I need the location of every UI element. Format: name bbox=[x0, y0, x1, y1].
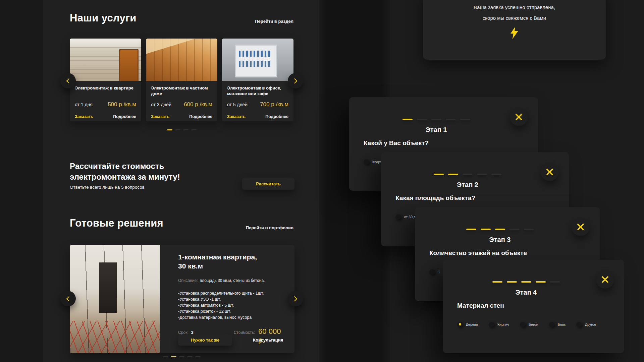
pagination-dash-active[interactable] bbox=[167, 129, 172, 130]
radio-option[interactable]: Блок bbox=[549, 321, 566, 327]
pagination-dash-active[interactable] bbox=[171, 356, 176, 357]
order-button[interactable]: Заказать bbox=[227, 114, 246, 119]
radio-option[interactable]: Бетон bbox=[520, 321, 538, 327]
quiz-progress bbox=[374, 174, 561, 175]
pagination-dash[interactable] bbox=[187, 356, 193, 357]
pagination-dash bbox=[524, 229, 534, 230]
quiz-question: Какая площадь объекта? bbox=[395, 194, 475, 202]
works-item: -Установка розеток - 12 шт. bbox=[178, 308, 288, 314]
pagination-dash[interactable] bbox=[179, 356, 184, 357]
radio-dot[interactable] bbox=[489, 321, 494, 327]
quiz-step-title: Этап 2 bbox=[381, 181, 554, 189]
calculator-subheading: Ответьте всего лишь на 5 вопросов bbox=[70, 185, 145, 190]
quiz-step-title: Этап 3 bbox=[415, 236, 585, 244]
radio-dot[interactable] bbox=[429, 269, 435, 275]
service-card[interactable]: Электромонтаж в офисе, магазине или кафе… bbox=[222, 39, 293, 121]
cost-label: Стоимость: bbox=[234, 330, 255, 335]
portfolio-section-link[interactable]: Перейти в портфолио bbox=[246, 225, 293, 230]
quiz-step-title: Этап 1 bbox=[349, 126, 523, 134]
close-button[interactable] bbox=[510, 108, 528, 126]
service-card[interactable]: Электромонтаж в квартире от 1 дня 500 р.… bbox=[70, 39, 141, 121]
portfolio-photo-renovation bbox=[70, 245, 160, 353]
service-price: 500 р./кв.м bbox=[108, 101, 136, 108]
works-item: -Установка автоматов - 5 шт. bbox=[178, 302, 288, 308]
service-photo-house bbox=[146, 39, 217, 81]
service-term: от 1 дня bbox=[75, 102, 93, 107]
radio-option[interactable]: Дерево bbox=[457, 321, 478, 327]
works-item: -Доставка материалов, вынос мусора bbox=[178, 314, 288, 320]
consultation-button[interactable]: Консультация bbox=[253, 338, 283, 343]
services-section-link[interactable]: Перейти в раздел bbox=[255, 19, 293, 24]
services-heading: Наши услуги bbox=[70, 12, 137, 24]
success-toast: Ваша заявка успешно отправлена, скоро мы… bbox=[423, 0, 606, 60]
portfolio-card[interactable]: 1-комнатная квартира, 30 кв.м Описание:п… bbox=[70, 245, 294, 353]
details-button[interactable]: Подробнее bbox=[265, 114, 288, 119]
need-same-button[interactable]: Нужно так же bbox=[178, 335, 232, 346]
quiz-step-title: Этап 4 bbox=[443, 289, 609, 296]
radio-option[interactable]: Кирпич bbox=[489, 321, 509, 327]
radio-label: Другое bbox=[585, 322, 596, 326]
pagination-dash-active bbox=[521, 281, 531, 283]
chevron-right-icon bbox=[292, 296, 298, 301]
service-price: 600 р./кв.м bbox=[184, 101, 212, 108]
radio-dot[interactable] bbox=[457, 321, 463, 327]
service-title: Электромонтаж в офисе, магазине или кафе bbox=[227, 85, 288, 97]
service-term: от 5 дней bbox=[227, 102, 248, 107]
pagination-dash[interactable] bbox=[191, 129, 197, 130]
portfolio-heading: Готовые решения bbox=[70, 217, 163, 229]
calculate-button[interactable]: Рассчитать bbox=[242, 178, 294, 190]
service-card[interactable]: Электромонтаж в частном доме от 3 дней 6… bbox=[146, 39, 217, 121]
close-button[interactable] bbox=[572, 218, 590, 236]
pagination-dash[interactable] bbox=[163, 356, 168, 357]
quiz-options: Дерево Кирпич Бетон Блок Другое bbox=[457, 321, 619, 327]
pagination-dash-active bbox=[492, 281, 502, 283]
pagination-dash-active bbox=[481, 229, 491, 230]
page: Наши услуги Перейти в раздел Электромонт… bbox=[0, 0, 644, 362]
pagination-dash[interactable] bbox=[183, 129, 189, 130]
service-term: от 3 дней bbox=[151, 102, 171, 107]
pagination-dash bbox=[431, 119, 441, 120]
pagination-dash bbox=[463, 174, 473, 175]
order-button[interactable]: Заказать bbox=[75, 114, 93, 119]
radio-option[interactable]: 1 bbox=[429, 269, 440, 275]
radio-label: Кирпич bbox=[497, 322, 509, 326]
portfolio-pagination bbox=[70, 356, 293, 357]
services-next-button[interactable] bbox=[288, 73, 303, 88]
details-button[interactable]: Подробнее bbox=[189, 114, 212, 119]
close-button[interactable] bbox=[596, 270, 614, 289]
pagination-dash bbox=[491, 174, 501, 175]
pagination-dash-active bbox=[495, 229, 505, 230]
quiz-progress bbox=[435, 281, 617, 283]
radio-dot[interactable] bbox=[520, 321, 526, 327]
pagination-dash-active bbox=[466, 229, 476, 230]
radio-label: 1 bbox=[438, 270, 440, 274]
service-title: Электромонтаж в квартире bbox=[75, 85, 136, 97]
close-button[interactable] bbox=[541, 163, 559, 181]
pagination-dash bbox=[460, 119, 470, 120]
radio-dot[interactable] bbox=[364, 159, 369, 165]
chevron-left-icon bbox=[66, 78, 72, 83]
radio-dot[interactable] bbox=[395, 214, 401, 220]
quiz-progress bbox=[408, 229, 592, 230]
radio-dot[interactable] bbox=[576, 321, 582, 327]
details-button[interactable]: Подробнее bbox=[113, 114, 136, 119]
chevron-right-icon bbox=[292, 78, 298, 83]
lightning-bolt-icon bbox=[510, 26, 519, 39]
pagination-dash[interactable] bbox=[195, 356, 201, 357]
order-button[interactable]: Заказать bbox=[151, 114, 169, 119]
pagination-dash[interactable] bbox=[175, 129, 180, 130]
portfolio-prev-button[interactable] bbox=[60, 291, 76, 306]
services-prev-button[interactable] bbox=[60, 73, 76, 88]
pagination-dash-active bbox=[402, 119, 413, 120]
radio-option[interactable]: Другое bbox=[576, 321, 596, 327]
description-label: Описание: bbox=[178, 278, 198, 283]
portfolio-next-button[interactable] bbox=[288, 291, 303, 306]
service-photo-office bbox=[222, 39, 293, 81]
radio-option[interactable]: от 60 до bbox=[395, 214, 418, 220]
pagination-dash bbox=[417, 119, 427, 120]
radio-dot[interactable] bbox=[549, 321, 555, 327]
description-value: площадь 30 кв.м, стены из бетона. bbox=[200, 278, 265, 283]
quiz-question: Какой у Вас объект? bbox=[364, 139, 429, 147]
pagination-dash-active bbox=[434, 174, 444, 175]
pagination-dash bbox=[550, 281, 560, 283]
